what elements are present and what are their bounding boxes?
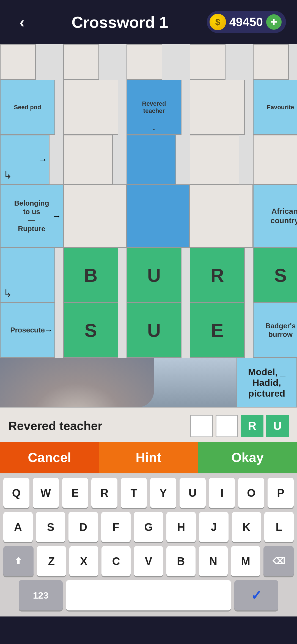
cell-5-2[interactable]: U	[127, 303, 182, 358]
cell-1-2[interactable]: Reveredteacher ↓	[127, 80, 182, 135]
cell-0-0[interactable]	[0, 44, 36, 80]
cell-2-3[interactable]	[190, 135, 239, 184]
cell-3-4[interactable]: Africancountry →	[253, 184, 297, 248]
clue-seed-pod: Seed pod	[13, 103, 42, 112]
letter-B: B	[84, 264, 97, 286]
key-G[interactable]: G	[134, 512, 163, 542]
key-V[interactable]: V	[134, 546, 163, 576]
key-O[interactable]: O	[238, 478, 264, 508]
clue-box-0[interactable]	[190, 415, 213, 437]
key-E[interactable]: E	[62, 478, 88, 508]
numeric-key[interactable]: 123	[19, 580, 63, 610]
key-S[interactable]: S	[36, 512, 65, 542]
letter-U2: U	[147, 320, 161, 341]
keyboard-row-2: A S D F G H J K L	[3, 512, 294, 542]
clue-african-country: Africancountry	[270, 206, 297, 226]
shift-key[interactable]: ⬆	[3, 546, 34, 576]
key-P[interactable]: P	[268, 478, 294, 508]
add-coins-button[interactable]: +	[266, 14, 282, 30]
key-B[interactable]: B	[166, 546, 196, 576]
cell-0-1[interactable]	[63, 44, 99, 80]
letter-S2: S	[84, 320, 97, 341]
photo-blur	[0, 358, 154, 407]
key-Y[interactable]: Y	[150, 478, 176, 508]
cell-1-1[interactable]	[63, 80, 118, 135]
cell-3-3[interactable]	[190, 184, 253, 248]
cell-2-4[interactable]	[253, 135, 297, 184]
key-U[interactable]: U	[180, 478, 206, 508]
cell-2-0[interactable]: ↳ →	[0, 135, 50, 184]
hint-button[interactable]: Hint	[99, 442, 198, 473]
clue-box-2[interactable]: R	[241, 415, 263, 437]
cell-5-1[interactable]: S	[63, 303, 118, 358]
back-button[interactable]: ‹	[11, 11, 33, 33]
key-W[interactable]: W	[33, 478, 59, 508]
cell-1-0[interactable]: Seed pod	[0, 80, 55, 135]
cell-1-4[interactable]: Favourite →	[253, 80, 297, 135]
key-T[interactable]: T	[121, 478, 147, 508]
coins-badge: $ 49450 +	[207, 11, 286, 33]
arrow-down-icon: ↓	[152, 122, 156, 132]
arrow-right-2-icon: →	[38, 155, 47, 165]
key-D[interactable]: D	[68, 512, 98, 542]
cell-2-1[interactable]	[63, 135, 113, 184]
cell-0-2[interactable]	[127, 44, 162, 80]
page-title: Crossword 1	[72, 13, 168, 31]
grid-container: Fo Seed pod Reveredteacher ↓ Favourite →…	[0, 44, 297, 358]
clue-favourite: Favourite	[266, 103, 295, 112]
checkmark-icon: ✓	[251, 588, 262, 603]
key-J[interactable]: J	[199, 512, 229, 542]
cell-1-3[interactable]	[190, 80, 245, 135]
cell-3-1[interactable]	[63, 184, 127, 248]
key-C[interactable]: C	[101, 546, 131, 576]
crossword-grid: Fo Seed pod Reveredteacher ↓ Favourite →…	[0, 44, 297, 407]
key-Z[interactable]: Z	[37, 546, 66, 576]
clue-label: Revered teacher	[8, 419, 185, 433]
clue-box-1[interactable]	[216, 415, 238, 437]
cell-4-2[interactable]: U	[127, 248, 182, 303]
cell-0-4[interactable]	[253, 44, 289, 80]
key-I[interactable]: I	[209, 478, 235, 508]
clue-badger: Badger'sburrow	[264, 321, 297, 340]
done-key[interactable]: ✓	[234, 580, 278, 610]
cell-5-3[interactable]: E	[190, 303, 245, 358]
cell-0-3[interactable]	[190, 44, 226, 80]
key-K[interactable]: K	[232, 512, 261, 542]
key-Q[interactable]: Q	[3, 478, 29, 508]
clue-boxes-container: R U	[190, 415, 289, 437]
top-bar: ‹ Crossword 1 $ 49450 +	[0, 0, 297, 44]
key-F[interactable]: F	[101, 512, 131, 542]
key-X[interactable]: X	[69, 546, 98, 576]
cell-5-4[interactable]: Badger'sburrow →	[253, 303, 297, 358]
keyboard-row-1: Q W E R T Y U I O P	[3, 478, 294, 508]
keyboard-row-3: ⬆ Z X C V B N M ⌫	[3, 546, 294, 576]
clue-box-3[interactable]: U	[266, 415, 289, 437]
key-A[interactable]: A	[3, 512, 33, 542]
keyboard-row-4: 123 ✓	[3, 580, 294, 610]
cell-4-4[interactable]: S	[253, 248, 297, 303]
back-icon: ‹	[20, 13, 25, 31]
cancel-button[interactable]: Cancel	[0, 442, 99, 473]
backspace-key[interactable]: ⌫	[263, 546, 294, 576]
clue-prosecute: Prosecute	[9, 325, 46, 335]
keyboard: Q W E R T Y U I O P A S D F G H J K L ⬆ …	[0, 473, 297, 616]
cell-4-1[interactable]: B	[63, 248, 118, 303]
arrow-corner-icon: ↳	[3, 169, 12, 181]
cell-2-2[interactable]	[127, 135, 176, 184]
cell-5-0[interactable]: Prosecute →	[0, 303, 55, 358]
cell-4-3[interactable]: R	[190, 248, 245, 303]
okay-button[interactable]: Okay	[198, 442, 297, 473]
arrow-right-3-icon: →	[52, 211, 61, 221]
space-key[interactable]	[66, 580, 231, 610]
cell-3-2[interactable]	[127, 184, 190, 248]
key-L[interactable]: L	[264, 512, 294, 542]
coin-amount: 49450	[229, 15, 263, 29]
photo-clue-label[interactable]: Model, _ Hadid, pictured	[237, 358, 297, 407]
cell-3-0[interactable]: Belongingto us—Rupture →	[0, 184, 63, 248]
key-M[interactable]: M	[231, 546, 260, 576]
key-H[interactable]: H	[166, 512, 196, 542]
clue-revered-teacher: Reveredteacher	[141, 99, 167, 116]
key-R[interactable]: R	[91, 478, 117, 508]
cell-4-0[interactable]: ↳	[0, 248, 55, 303]
key-N[interactable]: N	[199, 546, 228, 576]
